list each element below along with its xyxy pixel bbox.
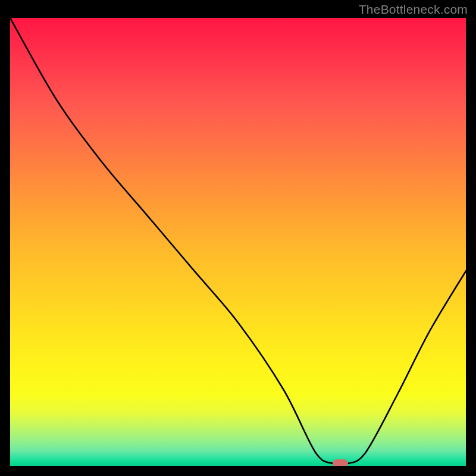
plot-area (10, 18, 466, 466)
sweet-spot-marker (333, 459, 348, 466)
bottleneck-curve (10, 18, 466, 466)
watermark-text: TheBottleneck.com (359, 2, 468, 17)
chart-frame: TheBottleneck.com (0, 0, 476, 476)
curve-path (10, 18, 466, 465)
